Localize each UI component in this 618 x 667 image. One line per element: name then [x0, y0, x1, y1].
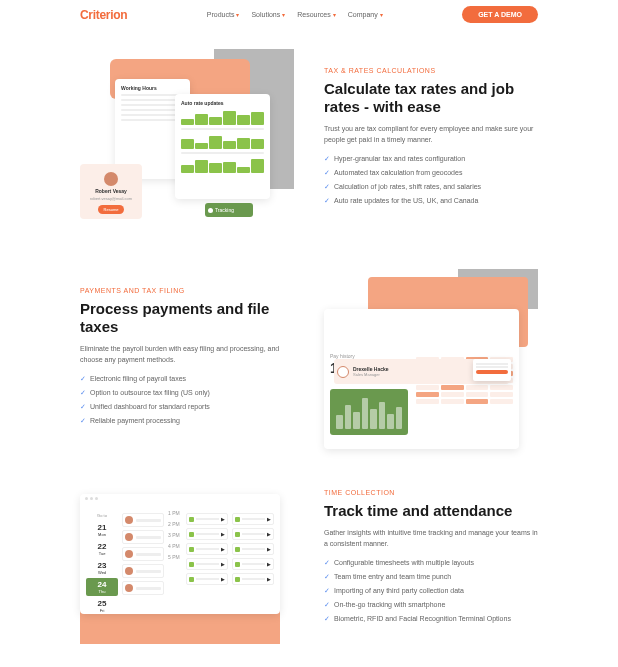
check-icon: ✓ [324, 587, 330, 595]
check-icon: ✓ [324, 197, 330, 205]
logo[interactable]: Criterion [80, 8, 127, 22]
feature-item: ✓Calculation of job rates, shift rates, … [324, 183, 538, 191]
check-icon: ✓ [324, 155, 330, 163]
section-desc: Trust you are tax compliant for every em… [324, 124, 538, 145]
payments-illustration: Drexelle Hacke Sales Manager Pay history… [324, 269, 538, 449]
feature-item: ✓Importing of any third party collection… [324, 587, 538, 595]
nav-solutions[interactable]: Solutions▾ [251, 11, 285, 18]
check-icon: ✓ [324, 615, 330, 623]
check-icon: ✓ [324, 169, 330, 177]
check-icon: ✓ [80, 389, 86, 397]
section-text: PAYMENTS AND TAX FILING Process payments… [80, 287, 294, 431]
tracking-tag: Tracking [205, 203, 253, 217]
section-heading: Process payments and file taxes [80, 300, 294, 336]
check-icon: ✓ [80, 375, 86, 383]
feature-item: ✓Unified dashboard for standard reports [80, 403, 294, 411]
mock-timesheet: Go to 21Mon 22Tue 23Wed 24Thu 25Fri 1 PM… [80, 494, 280, 614]
avatar-icon [104, 172, 118, 186]
feature-item: ✓Hyper-granular tax and rates configurat… [324, 155, 538, 163]
section-desc: Gather insights with intuitive time trac… [324, 528, 538, 549]
get-demo-button[interactable]: GET A DEMO [462, 6, 538, 23]
check-icon: ✓ [324, 601, 330, 609]
nav-resources[interactable]: Resources▾ [297, 11, 335, 18]
feature-item: ✓Configurable timesheets with multiple l… [324, 559, 538, 567]
section-payments: Drexelle Hacke Sales Manager Pay history… [0, 249, 618, 469]
check-icon: ✓ [324, 183, 330, 191]
feature-item: ✓Team time entry and team time punch [324, 573, 538, 581]
time-illustration: Go to 21Mon 22Tue 23Wed 24Thu 25Fri 1 PM… [80, 494, 294, 624]
chevron-down-icon: ▾ [380, 11, 383, 18]
primary-nav: Products▾ Solutions▾ Resources▾ Company▾ [207, 11, 383, 18]
feature-list: ✓Configurable timesheets with multiple l… [324, 559, 538, 623]
section-text: TIME COLLECTION Track time and attendanc… [324, 489, 538, 629]
tax-rates-illustration: Working Hours Auto rate updates Robert V… [80, 49, 294, 229]
feature-item: ✓On-the-go tracking with smartphone [324, 601, 538, 609]
check-icon: ✓ [80, 417, 86, 425]
feature-item: ✓Electronic filing of payroll taxes [80, 375, 294, 383]
chevron-down-icon: ▾ [236, 11, 239, 18]
feature-item: ✓Automated tax calculation from geocodes [324, 169, 538, 177]
section-tax-rates: Working Hours Auto rate updates Robert V… [0, 29, 618, 249]
check-icon: ✓ [324, 559, 330, 567]
feature-item: ✓Option to outsource tax filing (US only… [80, 389, 294, 397]
section-desc: Eliminate the payroll burden with easy f… [80, 344, 294, 365]
feature-item: ✓Reliable payment processing [80, 417, 294, 425]
chevron-down-icon: ▾ [282, 11, 285, 18]
feature-list: ✓Hyper-granular tax and rates configurat… [324, 155, 538, 205]
mock-person-card: Robert Vesay robert.vesay@mail.com Resum… [80, 164, 142, 219]
nav-products[interactable]: Products▾ [207, 11, 240, 18]
section-heading: Calculate tax rates and job rates - with… [324, 80, 538, 116]
avatar-icon [337, 366, 349, 378]
section-eyebrow: TAX & RATES CALCULATIONS [324, 67, 538, 74]
feature-list: ✓Electronic filing of payroll taxes ✓Opt… [80, 375, 294, 425]
section-eyebrow: PAYMENTS AND TAX FILING [80, 287, 294, 294]
mock-dashboard: Drexelle Hacke Sales Manager Pay history… [324, 309, 519, 449]
check-icon: ✓ [80, 403, 86, 411]
header: Criterion Products▾ Solutions▾ Resources… [0, 0, 618, 29]
section-eyebrow: TIME COLLECTION [324, 489, 538, 496]
section-text: TAX & RATES CALCULATIONS Calculate tax r… [324, 67, 538, 211]
nav-company[interactable]: Company▾ [348, 11, 383, 18]
chevron-down-icon: ▾ [333, 11, 336, 18]
feature-item: ✓Biometric, RFID and Facial Recognition … [324, 615, 538, 623]
section-heading: Track time and attendance [324, 502, 538, 520]
mock-card-rates: Auto rate updates [175, 94, 270, 199]
check-icon: ✓ [324, 573, 330, 581]
section-time: Go to 21Mon 22Tue 23Wed 24Thu 25Fri 1 PM… [0, 469, 618, 649]
feature-item: ✓Auto rate updates for the US, UK, and C… [324, 197, 538, 205]
